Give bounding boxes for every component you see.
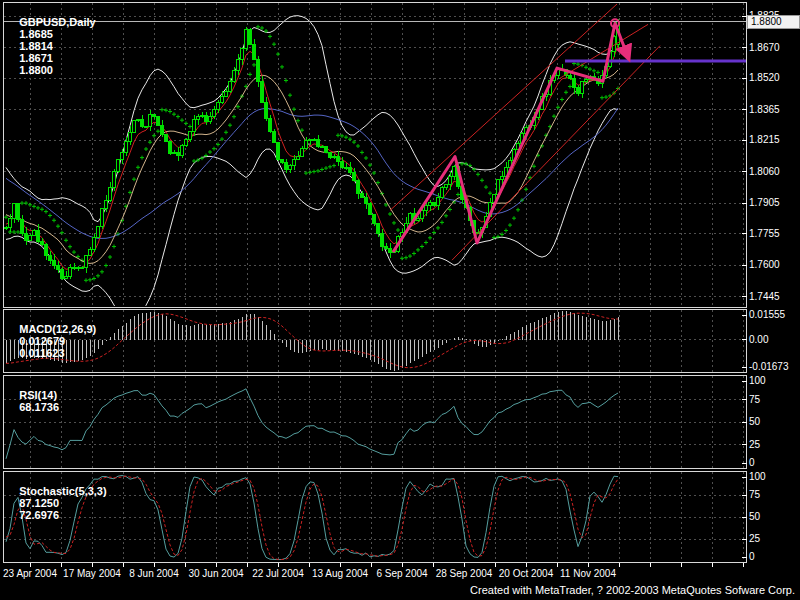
date-axis-label: 11 Nov 2004 [546, 568, 630, 579]
price-axis-label: 1.8670 [749, 42, 798, 53]
price-axis-label: 1.8060 [749, 166, 798, 177]
rsi-title: RSI(14) 68.1736 [7, 377, 66, 425]
stochastic-label: Stochastic(5,3,3) [19, 485, 106, 497]
price-axis-label: 1.7445 [749, 291, 798, 302]
stochastic-d-value: 72.6976 [19, 509, 59, 521]
rsi-axis-label: 75 [749, 394, 798, 405]
stochastic-axis-label: 75 [749, 489, 798, 500]
price-axis-label: 1.8520 [749, 72, 798, 83]
ohlc-close: 1.8800 [19, 64, 53, 76]
ohlc-open: 1.8685 [19, 28, 53, 40]
stochastic-axis-label: 25 [749, 533, 798, 544]
stochastic-axis-label: 100 [749, 471, 798, 482]
rsi-axis-label: 0 [749, 457, 798, 468]
price-axis-label: 1.7600 [749, 259, 798, 270]
footer-credit: Created with MetaTrader, ? 2002-2003 Met… [470, 584, 795, 596]
price-axis-label: 1.7755 [749, 228, 798, 239]
rsi-value: 68.1736 [19, 401, 59, 413]
stochastic-axis-label: 50 [749, 511, 798, 522]
macd-axis-label: -0.01673 [749, 361, 798, 372]
price-axis-label: 1.8215 [749, 134, 798, 145]
rsi-axis-label: 100 [749, 375, 798, 386]
metatrader-chart-window: GBPUSD,Daily 1.8685 1.8814 1.8671 1.8800… [0, 0, 800, 600]
rsi-line [6, 389, 618, 459]
ohlc-high: 1.8814 [19, 40, 53, 52]
macd-signal-value: 0.011623 [19, 347, 64, 359]
macd-axis-label: 0.00 [749, 334, 798, 345]
macd-label: MACD(12,26,9) [19, 323, 96, 335]
macd-axis-label: 0.01555 [749, 309, 798, 320]
rsi-axis-label: 50 [749, 416, 798, 427]
rsi-label: RSI(14) [19, 389, 57, 401]
stochastic-axis-label: 0 [749, 551, 798, 562]
symbol-timeframe: GBPUSD,Daily [19, 16, 95, 28]
horizontal-gridlines [4, 16, 746, 539]
chart-title: GBPUSD,Daily 1.8685 1.8814 1.8671 1.8800 [7, 4, 103, 88]
macd-panel-border [4, 310, 747, 373]
vertical-gridlines [30, 3, 743, 562]
macd-title: MACD(12,26,9) 0.012679 0.011623 [7, 311, 103, 371]
ohlc-low: 1.8671 [19, 52, 53, 64]
price-axis-label: 1.8365 [749, 104, 798, 115]
price-axis-label: 1.7905 [749, 197, 798, 208]
rsi-axis-label: 25 [749, 439, 798, 450]
macd-value: 0.012679 [19, 335, 65, 347]
stochastic-title: Stochastic(5,3,3) 87.1250 72.6976 [7, 473, 114, 533]
chart-canvas[interactable] [0, 0, 800, 600]
current-price-box: 1.8800 [747, 15, 800, 29]
stochastic-k-value: 87.1250 [19, 497, 59, 509]
